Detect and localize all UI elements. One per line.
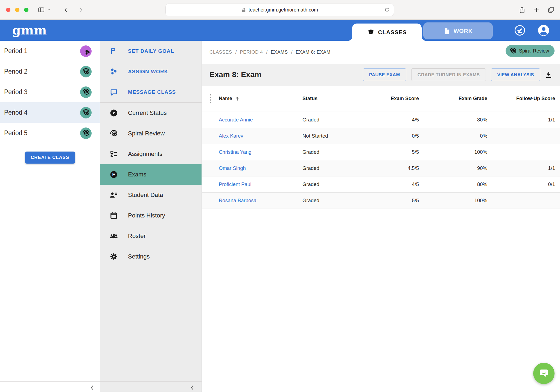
gmm-logo: gmm [12,23,47,37]
status-cell: Graded [302,149,357,155]
minimize-window-button[interactable] [15,8,19,12]
sidebar-toggle-icon[interactable] [38,6,45,13]
zoom-window-button[interactable] [24,8,28,12]
page-title: Exam 8: Exam [209,70,358,79]
breadcrumb-exam-8: EXAM 8: EXAM [296,50,331,55]
exam-header-band: Exam 8: Exam PAUSE EXAM GRADE TURNED IN … [202,64,560,86]
browser-chrome: teacher.gmm.getmoremath.com [0,0,560,20]
menu-label: Points History [128,212,165,219]
share-icon[interactable] [519,6,526,14]
student-name-link[interactable]: Omar Singh [219,165,302,171]
assignments-icon [109,150,118,158]
refresh-icon[interactable] [384,7,390,13]
calendar-icon [109,211,118,220]
sidebar-item-spiral-review[interactable]: Spiral Review [100,123,202,144]
spiral-icon [109,130,118,137]
exam-grade-cell: 0% [419,133,487,139]
table-row: Omar Singh Graded 4.5/5 90% 1/1 [202,160,560,176]
sidebar-item-period-2[interactable]: Period 2 [0,61,100,82]
student-name-link[interactable]: Christina Yang [219,149,302,155]
tab-overview-icon[interactable] [547,6,555,13]
drag-indicator-icon[interactable] [209,94,219,104]
student-name-link[interactable]: Proficient Paul [219,181,302,187]
back-button[interactable] [63,7,69,13]
breadcrumb-separator: / [266,50,268,55]
menu-label: Roster [128,233,146,240]
status-cell: Not Started [302,133,357,139]
class-sidebar-footer [0,381,100,392]
tab-work[interactable]: WORK [423,22,493,39]
spiral-icon [509,47,517,54]
menu-label: Current Status [128,109,167,117]
message-class-button[interactable]: MESSAGE CLASS [100,82,202,102]
table-row: Alex Karev Not Started 0/5 0% [202,128,560,144]
create-class-button[interactable]: CREATE CLASS [25,152,75,164]
column-header-exam-grade[interactable]: Exam Grade [419,96,487,101]
breadcrumb-exams[interactable]: EXAMS [271,50,288,55]
sidebar-item-settings[interactable]: Settings [100,246,202,267]
spiral-avatar [80,107,92,118]
assign-work-button[interactable]: ASSIGN WORK [100,61,202,82]
pause-exam-button[interactable]: PAUSE EXAM [363,68,406,81]
spiral-badge-label: Spiral Review [519,48,549,54]
forward-button[interactable] [78,7,84,13]
sidebar-item-points-history[interactable]: Points History [100,205,202,226]
class-sidebar: Period 1 Period 2 Period 3 [0,41,100,392]
collapse-menu-sidebar-button[interactable] [189,384,195,391]
sidebar-item-period-5[interactable]: Period 5 [0,123,100,143]
chat-bubble-icon [538,368,550,379]
sidebar-item-period-3[interactable]: Period 3 [0,82,100,102]
close-window-button[interactable] [6,8,10,12]
column-header-name[interactable]: Name [219,96,302,101]
people-group-icon [109,232,118,240]
grade-turned-in-exams-button: GRADE TURNED IN EXAMS [411,68,486,81]
new-tab-icon[interactable] [533,7,540,13]
column-header-follow-up-score[interactable]: Follow-Up Score [487,96,555,101]
tab-work-label: WORK [454,28,473,34]
period-label: Period 5 [4,129,28,137]
set-daily-goal-button[interactable]: SET DAILY GOAL [100,41,202,61]
column-header-status[interactable]: Status [302,96,357,101]
student-name-link[interactable]: Rosana Barbosa [219,198,302,204]
sidebar-item-student-data[interactable]: Student Data [100,185,202,205]
sidebar-item-exams[interactable]: E Exams [100,164,202,185]
chevron-down-icon[interactable] [47,8,51,12]
sidebar-item-current-status[interactable]: Current Status [100,103,202,123]
table-row: Christina Yang Graded 5/5 100% [202,144,560,160]
period-label: Period 3 [4,88,28,96]
tab-classes[interactable]: CLASSES [352,24,422,41]
gear-icon [109,252,118,261]
student-name-link[interactable]: Alex Karev [219,133,302,139]
spiral-avatar [80,86,92,98]
assign-work-icon [109,68,118,76]
breadcrumb-separator: / [235,50,237,55]
address-bar[interactable]: teacher.gmm.getmoremath.com [165,4,394,16]
exam-score-cell: 4/5 [357,117,419,123]
sidebar-item-period-1[interactable]: Period 1 [0,41,100,61]
breadcrumb-classes[interactable]: CLASSES [209,50,232,55]
chat-launcher-button[interactable] [533,363,555,384]
table-row: Accurate Annie Graded 4/5 80% 1/1 [202,112,560,128]
download-icon[interactable] [545,71,553,79]
sidebar-item-assignments[interactable]: Assignments [100,144,202,164]
exam-score-cell: 4/5 [357,181,419,187]
exams-icon: E [109,170,118,179]
breadcrumb-period-4[interactable]: PERIOD 4 [240,50,263,55]
exam-score-cell: 5/5 [357,198,419,204]
sidebar-item-period-4[interactable]: Period 4 [0,102,100,123]
student-name-link[interactable]: Accurate Annie [219,117,302,123]
sidebar-item-roster[interactable]: Roster [100,226,202,246]
follow-up-cell: 0/1 [487,181,555,187]
account-avatar-icon[interactable] [538,24,550,36]
svg-text:E: E [112,172,115,177]
column-header-exam-score[interactable]: Exam Score [357,96,419,101]
exam-score-cell: 4.5/5 [357,165,419,171]
action-label: ASSIGN WORK [128,69,168,75]
message-icon [109,88,118,96]
action-label: MESSAGE CLASS [128,89,176,95]
collapse-class-sidebar-button[interactable] [89,384,95,391]
grading-check-icon[interactable] [514,25,526,36]
tab-classes-label: CLASSES [378,29,407,36]
menu-sidebar-footer [100,381,202,392]
view-analysis-button[interactable]: VIEW ANALYSIS [491,68,540,81]
